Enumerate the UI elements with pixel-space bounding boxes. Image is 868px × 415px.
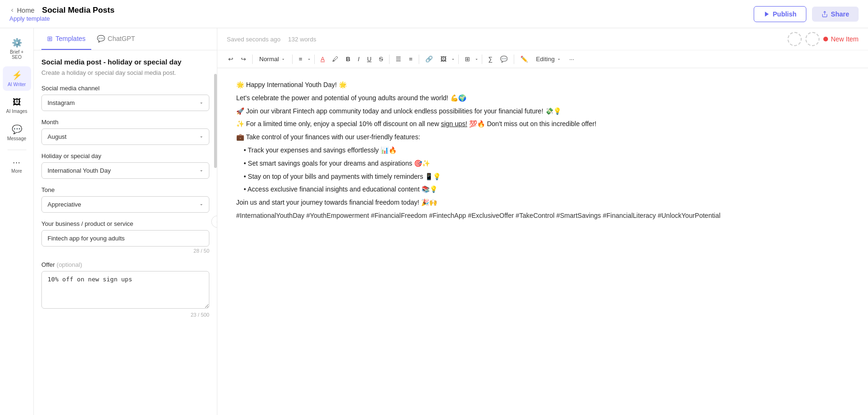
sidebar-divider: [8, 150, 26, 150]
chatgpt-tab-label: ChatGPT: [108, 35, 135, 42]
content-hashtags: #InternationalYouthDay #YouthEmpowerment…: [236, 210, 849, 222]
ordered-list-button[interactable]: ≡: [406, 53, 416, 65]
toolbar-sep-2: [292, 55, 293, 64]
editor-meta: Saved seconds ago 132 words New Item: [217, 28, 868, 50]
panel-sidebar: ⊞ Templates 💬 ChatGPT Social media post …: [34, 28, 217, 415]
templates-tab-icon: ⊞: [47, 35, 53, 42]
share-button[interactable]: Share: [812, 7, 859, 22]
offer-label: Offer (optional): [41, 261, 209, 268]
sidebar-item-message[interactable]: 💬 Message: [3, 120, 31, 145]
ai-writer-label: AI Writer: [8, 82, 26, 87]
more-label: More: [11, 168, 22, 174]
editing-select[interactable]: Editing: [532, 53, 565, 65]
toolbar-sep-5: [419, 55, 419, 64]
tab-chatgpt[interactable]: 💬 ChatGPT: [91, 28, 141, 50]
social-channel-select[interactable]: Instagram Facebook Twitter LinkedIn TikT…: [41, 95, 209, 111]
more-options-button[interactable]: ···: [566, 53, 578, 65]
italic-button[interactable]: I: [355, 53, 363, 65]
svg-marker-0: [764, 11, 768, 16]
sidebar-item-ai-writer[interactable]: ⚡ AI Writer: [3, 66, 31, 91]
offer-group: Offer (optional) 10% off on new sign ups…: [41, 261, 209, 318]
sidebar-item-ai-images[interactable]: 🖼 AI Images: [3, 94, 31, 118]
link-button[interactable]: 🔗: [422, 53, 436, 65]
bullet-list-button[interactable]: ☰: [392, 53, 405, 65]
holiday-select[interactable]: International Youth Day Christmas New Ye…: [41, 162, 209, 179]
avatar-user2: [805, 32, 820, 46]
topbar-right: Publish Share: [754, 6, 859, 22]
underline-button[interactable]: U: [364, 53, 374, 65]
tab-templates[interactable]: ⊞ Templates: [41, 28, 91, 50]
strikethrough-button[interactable]: S: [376, 53, 387, 65]
new-item-button[interactable]: New Item: [823, 35, 859, 43]
new-item-dot: [823, 37, 828, 41]
sidebar-item-brief-seo[interactable]: ⚙️ Brief + SEO: [3, 34, 31, 64]
business-input[interactable]: [41, 230, 209, 247]
panel-tabs: ⊞ Templates 💬 ChatGPT: [34, 28, 217, 50]
tone-group: Tone Appreciative Formal Casual Humorous…: [41, 186, 209, 213]
content-bullet-1: • Track your expenses and savings effort…: [236, 145, 849, 156]
toolbar-sep-3: [314, 55, 315, 64]
brief-seo-icon: ⚙️: [12, 38, 22, 48]
business-group: Your business / product or service 28 / …: [41, 220, 209, 254]
ai-images-icon: 🖼: [13, 97, 21, 107]
toolbar-sep-8: [514, 55, 514, 64]
social-channel-label: Social media channel: [41, 85, 209, 92]
font-color-button[interactable]: A: [318, 53, 328, 65]
social-channel-group: Social media channel Instagram Facebook …: [41, 85, 209, 111]
offer-optional-text: (optional): [56, 261, 82, 268]
sidebar-item-more[interactable]: ··· More: [3, 155, 31, 177]
publish-button[interactable]: Publish: [754, 6, 807, 22]
month-group: Month JanuaryFebruaryMarchApril MayJuneJ…: [41, 119, 209, 145]
undo-button[interactable]: ↩: [225, 53, 237, 65]
table-button[interactable]: ⊞: [462, 53, 473, 65]
pencil-button[interactable]: ✏️: [517, 53, 531, 65]
tone-label: Tone: [41, 186, 209, 193]
highlight-button[interactable]: 🖊: [329, 53, 342, 65]
offer-textarea[interactable]: 10% off on new sign ups: [41, 271, 209, 309]
chatgpt-tab-icon: 💬: [97, 35, 105, 42]
redo-button[interactable]: ↪: [238, 53, 249, 65]
content-line-3: 🚀 Join our vibrant Fintech app community…: [236, 106, 849, 117]
editing-label: Editing: [536, 56, 555, 63]
comment-button[interactable]: 💬: [497, 53, 511, 65]
tone-select[interactable]: Appreciative Formal Casual Humorous Insp…: [41, 196, 209, 213]
editor-content[interactable]: 🌟 Happy International Youth Day! 🌟 Let's…: [217, 68, 868, 415]
editor-meta-left: Saved seconds ago 132 words: [227, 36, 316, 43]
panel-content: Social media post - holiday or special d…: [34, 50, 217, 415]
content-bullet-3: • Stay on top of your bills and payments…: [236, 171, 849, 183]
apply-template-link[interactable]: Apply template: [9, 15, 114, 22]
align-button[interactable]: ≡: [295, 53, 306, 65]
topbar: Home Social Media Posts Apply template P…: [0, 0, 868, 28]
toolbar-sep-6: [458, 55, 459, 64]
main-layout: ⚙️ Brief + SEO ⚡ AI Writer 🖼 AI Images 💬…: [0, 28, 868, 415]
format-label: Normal: [259, 56, 279, 63]
toolbar-sep-1: [252, 55, 253, 64]
template-title: Social media post - holiday or special d…: [41, 58, 209, 66]
panel-scrollbar[interactable]: [214, 74, 217, 168]
home-link[interactable]: Home: [9, 7, 34, 14]
content-bullet-2: • Set smart savings goals for your dream…: [236, 158, 849, 169]
image-chevron[interactable]: [451, 57, 455, 62]
month-select[interactable]: JanuaryFebruaryMarchApril MayJuneJulyAug…: [41, 128, 209, 145]
format-select[interactable]: Normal: [255, 53, 289, 65]
business-char-count: 28 / 50: [41, 248, 209, 254]
math-button[interactable]: ∑: [485, 53, 496, 65]
toolbar-sep-4: [389, 55, 390, 64]
bold-button[interactable]: B: [342, 53, 353, 65]
content-bullet-4: • Access exclusive financial insights an…: [236, 184, 849, 195]
content-line-2: Let's celebrate the power and potential …: [236, 93, 849, 104]
holiday-group: Holiday or special day International You…: [41, 152, 209, 179]
new-item-label: New Item: [831, 35, 859, 43]
content-line-1: 🌟 Happy International Youth Day! 🌟: [236, 80, 849, 91]
word-count: 132 words: [288, 36, 316, 43]
saved-status: Saved seconds ago: [227, 36, 280, 43]
editor-toolbar: ↩ ↪ Normal ≡ A 🖊 B I U S ☰ ≡ 🔗 🖼: [217, 50, 868, 68]
toolbar-sep-7: [482, 55, 482, 64]
align-chevron[interactable]: [307, 57, 311, 62]
image-button[interactable]: 🖼: [437, 53, 450, 65]
table-chevron[interactable]: [474, 57, 479, 62]
business-label: Your business / product or service: [41, 220, 209, 227]
editor-area: Saved seconds ago 132 words New Item ↩ ↪…: [217, 28, 868, 415]
home-label: Home: [17, 7, 34, 14]
templates-tab-label: Templates: [56, 35, 86, 42]
